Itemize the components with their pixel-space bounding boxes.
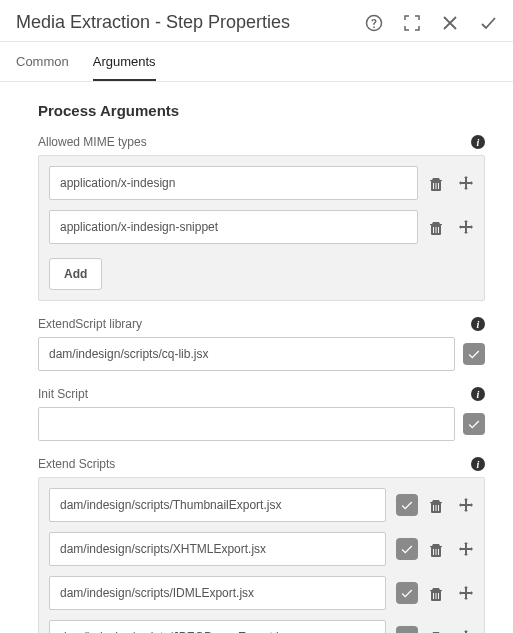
mime-input[interactable] [49,210,418,244]
field-extend-scripts: Extend Scripts i [38,457,485,633]
script-row [49,620,474,633]
move-icon[interactable] [458,219,474,235]
trash-icon[interactable] [428,629,444,633]
header-actions [365,14,497,32]
info-icon[interactable]: i [471,135,485,149]
script-input[interactable] [49,532,386,566]
mime-input[interactable] [49,166,418,200]
checkbox-checked[interactable] [396,494,418,516]
tab-common[interactable]: Common [16,54,69,81]
checkbox-checked[interactable] [396,626,418,633]
extendscript-library-label: ExtendScript library [38,317,142,331]
script-row [49,532,474,566]
move-icon[interactable] [458,585,474,601]
move-icon[interactable] [458,175,474,191]
tabs: Common Arguments [0,42,513,82]
init-script-label: Init Script [38,387,88,401]
trash-icon[interactable] [428,585,444,601]
field-extendscript-library: ExtendScript library i [38,317,485,371]
extendscript-library-input[interactable] [38,337,455,371]
mime-row [49,166,474,200]
help-icon[interactable] [365,14,383,32]
trash-icon[interactable] [428,497,444,513]
field-init-script: Init Script i [38,387,485,441]
script-input[interactable] [49,488,386,522]
script-input[interactable] [49,576,386,610]
trash-icon[interactable] [428,219,444,235]
info-icon[interactable]: i [471,317,485,331]
script-row [49,488,474,522]
mime-row [49,210,474,244]
move-icon[interactable] [458,629,474,633]
close-icon[interactable] [441,14,459,32]
trash-icon[interactable] [428,541,444,557]
checkbox-checked[interactable] [396,538,418,560]
section-title: Process Arguments [38,102,485,119]
checkbox-checked[interactable] [463,413,485,435]
page-title: Media Extraction - Step Properties [16,12,365,33]
content: Process Arguments Allowed MIME types i [0,82,513,633]
init-script-input[interactable] [38,407,455,441]
field-allowed-mime: Allowed MIME types i Add [38,135,485,301]
tab-arguments[interactable]: Arguments [93,54,156,81]
script-input[interactable] [49,620,386,633]
allowed-mime-multibox: Add [38,155,485,301]
header: Media Extraction - Step Properties [0,0,513,42]
extend-scripts-label: Extend Scripts [38,457,115,471]
move-icon[interactable] [458,497,474,513]
confirm-icon[interactable] [479,14,497,32]
info-icon[interactable]: i [471,387,485,401]
script-row [49,576,474,610]
checkbox-checked[interactable] [463,343,485,365]
info-icon[interactable]: i [471,457,485,471]
checkbox-checked[interactable] [396,582,418,604]
add-button[interactable]: Add [49,258,102,290]
allowed-mime-label: Allowed MIME types [38,135,147,149]
fullscreen-icon[interactable] [403,14,421,32]
trash-icon[interactable] [428,175,444,191]
extend-scripts-multibox [38,477,485,633]
move-icon[interactable] [458,541,474,557]
